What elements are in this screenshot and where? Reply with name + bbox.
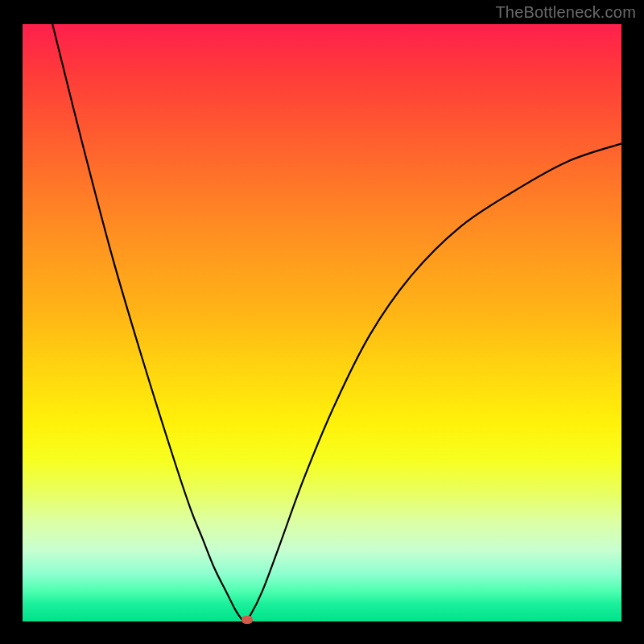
chart-frame: TheBottleneck.com — [0, 0, 644, 644]
bottleneck-curve — [23, 24, 621, 621]
plot-area — [23, 24, 621, 621]
curve-right-path — [244, 143, 621, 621]
watermark-text: TheBottleneck.com — [495, 3, 636, 22]
curve-left-path — [52, 24, 244, 621]
min-marker — [242, 616, 253, 624]
